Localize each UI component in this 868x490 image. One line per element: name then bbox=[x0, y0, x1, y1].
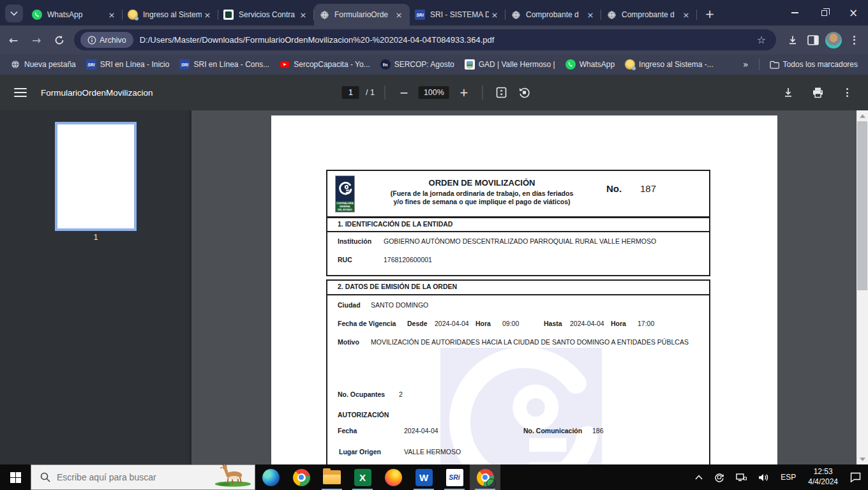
hasta-label: Hasta bbox=[544, 320, 562, 327]
ecuador-crest-icon bbox=[625, 59, 635, 70]
browser-menu-button[interactable] bbox=[844, 30, 864, 50]
taskbar-app-word[interactable]: W bbox=[408, 464, 439, 490]
page-number-input[interactable] bbox=[342, 86, 359, 99]
info-icon bbox=[87, 36, 96, 45]
bookmark-item-sri-consultas[interactable]: SRi SRI en Línea - Cons... bbox=[174, 57, 274, 71]
clock[interactable]: 12:53 4/4/2024 bbox=[803, 467, 843, 487]
language-indicator[interactable]: ESP bbox=[776, 464, 800, 490]
window-maximize-button[interactable] bbox=[809, 0, 839, 26]
search-input[interactable] bbox=[57, 472, 204, 482]
bookmark-item-gad-valle-hermoso[interactable]: GAD | Valle Hermoso | bbox=[460, 57, 560, 71]
tab-whatsapp[interactable]: WhatsApp × bbox=[27, 4, 123, 26]
tab-close-button[interactable]: × bbox=[202, 9, 213, 20]
tab-close-button[interactable]: × bbox=[489, 9, 500, 20]
bookmarks-overflow-button[interactable]: » bbox=[738, 59, 754, 70]
all-bookmarks-button[interactable]: Todos los marcadores bbox=[765, 58, 863, 71]
hora1-label: Hora bbox=[475, 320, 491, 327]
close-icon: × bbox=[300, 10, 307, 20]
tab-comprobante-1[interactable]: Comprobante d × bbox=[505, 4, 601, 26]
pdf-toolbar: FormularioOrdenMovilizacion / 1 − 100% + bbox=[0, 75, 868, 110]
firefox-icon bbox=[385, 469, 402, 486]
comunicacion-value: 186 bbox=[592, 427, 604, 434]
bookmark-star-button[interactable]: ☆ bbox=[753, 34, 770, 46]
start-button[interactable] bbox=[0, 464, 31, 490]
downloads-button[interactable] bbox=[782, 30, 803, 50]
pdf-download-button[interactable] bbox=[780, 84, 797, 101]
zoom-out-button[interactable]: − bbox=[396, 86, 412, 100]
tray-sync-button[interactable] bbox=[710, 464, 729, 490]
globe-icon bbox=[319, 10, 329, 20]
pdf-print-button[interactable] bbox=[809, 84, 826, 101]
tray-expand-button[interactable] bbox=[691, 464, 707, 490]
bookmark-item-whatsapp[interactable]: WhatsApp bbox=[560, 57, 620, 71]
globe-icon bbox=[606, 10, 617, 20]
back-button[interactable]: ← bbox=[4, 31, 23, 50]
ruc-value: 1768120600001 bbox=[384, 256, 432, 264]
bookmark-item-ingreso-sistema[interactable]: Ingreso al Sistema -... bbox=[620, 57, 719, 71]
hora2-value: 17:00 bbox=[638, 320, 654, 327]
pdf-more-button[interactable] bbox=[839, 84, 855, 101]
bookmark-item-sercop-agosto[interactable]: fn SERCOP: Agosto bbox=[375, 57, 460, 71]
side-panel-button[interactable] bbox=[803, 30, 823, 50]
window-controls: × bbox=[780, 0, 868, 26]
tab-close-button[interactable]: × bbox=[106, 9, 117, 20]
clock-date: 4/4/2024 bbox=[808, 477, 838, 487]
fit-page-button[interactable] bbox=[493, 84, 510, 101]
forward-button[interactable]: → bbox=[27, 31, 46, 50]
tab-servicios-contraloria[interactable]: Servicios Contra × bbox=[218, 4, 314, 26]
file-scheme-chip[interactable]: Archivo bbox=[80, 32, 133, 48]
sri-app-icon: SRi bbox=[446, 469, 463, 486]
reload-icon bbox=[54, 35, 64, 45]
tray-network-button[interactable] bbox=[731, 464, 751, 490]
bookmark-item-sri-inicio[interactable]: SRi SRI en Línea - Inicio bbox=[81, 57, 175, 71]
tab-ingreso-sistema[interactable]: Ingreso al Sistem × bbox=[123, 4, 218, 26]
divider bbox=[385, 85, 385, 100]
scroll-down-button[interactable] bbox=[857, 454, 868, 464]
tab-search-button[interactable] bbox=[5, 4, 23, 22]
tab-close-button[interactable]: × bbox=[393, 9, 405, 20]
taskbar: X W SRi E bbox=[0, 464, 868, 490]
taskbar-app-chrome-profile-active[interactable] bbox=[470, 464, 500, 490]
download-icon bbox=[787, 34, 798, 46]
deer-of-the-day-image[interactable] bbox=[211, 463, 253, 489]
zoom-in-button[interactable]: + bbox=[456, 86, 472, 100]
taskbar-app-edge[interactable] bbox=[255, 464, 286, 490]
tab-close-button[interactable]: × bbox=[680, 9, 692, 20]
gad-shield-icon bbox=[465, 59, 475, 70]
ocupantes-label: No. Ocupantes bbox=[338, 390, 385, 398]
taskbar-app-sri[interactable]: SRi bbox=[439, 464, 470, 490]
tray-volume-button[interactable] bbox=[754, 464, 774, 490]
taskbar-app-chrome[interactable] bbox=[286, 464, 317, 490]
desde-label: Desde bbox=[407, 320, 428, 327]
url-text[interactable]: D:/Users/Master/Downloads/FormularioOrde… bbox=[140, 35, 753, 45]
tab-close-button[interactable]: × bbox=[297, 9, 309, 20]
window-close-button[interactable]: × bbox=[839, 0, 868, 26]
taskbar-app-file-explorer[interactable] bbox=[317, 464, 347, 490]
tab-close-button[interactable]: × bbox=[585, 9, 596, 20]
tab-title: Ingreso al Sistem bbox=[143, 10, 202, 19]
tab-formulario-active[interactable]: FormularioOrde × bbox=[314, 4, 410, 26]
pdf-menu-button[interactable] bbox=[14, 88, 27, 97]
reload-button[interactable] bbox=[50, 31, 69, 50]
profile-avatar[interactable] bbox=[823, 30, 844, 50]
action-center-button[interactable] bbox=[846, 464, 865, 490]
whatsapp-icon bbox=[32, 10, 42, 20]
tab-comprobante-2[interactable]: Comprobante d × bbox=[601, 4, 697, 26]
taskbar-app-firefox[interactable] bbox=[378, 464, 408, 490]
taskbar-app-excel[interactable]: X bbox=[347, 464, 378, 490]
page-thumbnail[interactable] bbox=[57, 124, 134, 228]
rotate-button[interactable] bbox=[516, 84, 533, 101]
scroll-up-button[interactable] bbox=[857, 110, 868, 121]
institucion-label: Institución bbox=[338, 237, 371, 245]
all-bookmarks-label: Todos los marcadores bbox=[783, 60, 858, 69]
taskbar-search[interactable] bbox=[31, 464, 255, 490]
window-minimize-button[interactable] bbox=[780, 0, 809, 26]
scroll-thumb[interactable] bbox=[857, 121, 867, 290]
divider bbox=[759, 59, 760, 70]
tab-sri-sistema[interactable]: SRi SRI - SISTEMA D × bbox=[410, 4, 505, 26]
bookmark-item-sercopcapacita[interactable]: SercopCapacita - Yo... bbox=[274, 57, 375, 71]
new-tab-button[interactable]: + bbox=[701, 4, 719, 22]
ciudad-value: SANTO DOMINGO bbox=[371, 301, 428, 309]
address-bar[interactable]: Archivo D:/Users/Master/Downloads/Formul… bbox=[74, 29, 776, 50]
bookmark-item-nueva-pestana[interactable]: Nueva pestaña bbox=[5, 57, 81, 71]
